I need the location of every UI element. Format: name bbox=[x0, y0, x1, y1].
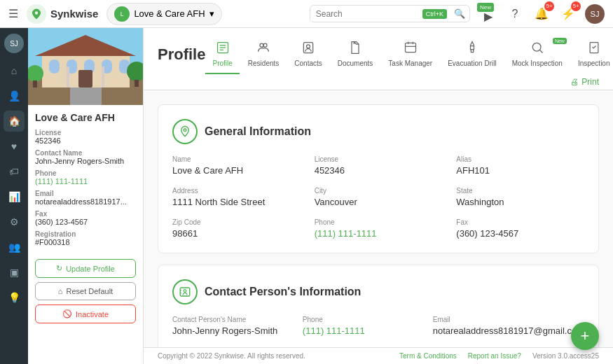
sidebar-home-icon[interactable]: ⌂ bbox=[4, 60, 25, 81]
refresh-icon: ↻ bbox=[56, 264, 62, 273]
tab-documents[interactable]: Documents bbox=[331, 35, 380, 74]
contact-email-label: Email bbox=[433, 316, 584, 323]
terms-link[interactable]: Term & Conditions bbox=[399, 352, 457, 360]
help-icon[interactable]: ? bbox=[505, 4, 525, 24]
contact-email-value: notarealaddress8181917@gmail.com bbox=[433, 326, 584, 336]
app-logo bbox=[27, 4, 46, 24]
tab-residents-label: Residents bbox=[248, 59, 279, 67]
left-panel: Love & Care AFH License 452346 Contact N… bbox=[28, 28, 144, 364]
license-label: License bbox=[315, 155, 443, 163]
search-icon[interactable]: 🔍 bbox=[450, 6, 469, 22]
contact-phone-label: Phone bbox=[303, 316, 419, 323]
sidebar-icons: SJ ⌂ 👤 🏠 ♥ 🏷 📊 ⚙ 👥 ▣ 💡 bbox=[0, 28, 28, 364]
sidebar-group-icon[interactable]: 👥 bbox=[4, 237, 25, 258]
sidebar-tag-icon[interactable]: 🏷 bbox=[4, 161, 25, 182]
print-icon: 🖨 bbox=[570, 77, 579, 87]
svg-point-22 bbox=[263, 43, 267, 47]
svg-point-30 bbox=[532, 43, 541, 51]
evacuation-icon bbox=[465, 41, 479, 58]
svg-rect-14 bbox=[135, 80, 139, 87]
inactivate-button[interactable]: 🚫 Inactivate bbox=[35, 304, 136, 323]
state-value: Washington bbox=[456, 197, 584, 207]
navbar-icons: New ▶ ? 🔔5+ ⚡5+ SJ bbox=[478, 4, 605, 24]
tab-task-manager[interactable]: Task Manager bbox=[381, 35, 439, 74]
contact-value: John-Jenny Rogers-Smith bbox=[35, 157, 136, 165]
search-input[interactable] bbox=[310, 6, 422, 22]
tab-profile[interactable]: Profile bbox=[205, 35, 239, 74]
version-text: Version 3.0.access25 bbox=[532, 352, 599, 360]
facility-photo bbox=[28, 28, 143, 105]
contact-name-label: Contact Person's Name bbox=[172, 316, 289, 323]
general-info-fields: Name Love & Care AFH License 452346 Alia… bbox=[172, 155, 584, 239]
reset-default-button[interactable]: ⌂ Reset Default bbox=[35, 282, 136, 300]
tab-evacuation[interactable]: Evacuation Drill bbox=[441, 35, 503, 74]
field-contact-name: Contact Person's Name John-Jenny Rogers-… bbox=[172, 316, 289, 336]
field-address: Address 1111 North Side Street bbox=[172, 187, 301, 207]
sidebar-chart-icon[interactable]: 📊 bbox=[4, 186, 25, 207]
tab-contacts-label: Contacts bbox=[294, 59, 322, 67]
left-panel-facility-name: Love & Care AFH bbox=[35, 112, 136, 123]
inactivate-label: Inactivate bbox=[76, 310, 109, 318]
facility-selector[interactable]: L Love & Care AFH ▾ bbox=[106, 3, 221, 25]
user-avatar[interactable]: SJ bbox=[585, 4, 605, 24]
fab-add-button[interactable]: + bbox=[571, 322, 599, 350]
app-name: Synkwise bbox=[50, 8, 98, 20]
footer-copyright: Copyright © 2022 Synkwise. All rights re… bbox=[158, 352, 305, 360]
email-value: notarealaddress8181917... bbox=[35, 197, 136, 206]
new-badge-icon[interactable]: New ▶ bbox=[478, 4, 498, 24]
registration-value: #F000318 bbox=[35, 238, 136, 246]
general-info-title: General Information bbox=[205, 125, 311, 138]
svg-point-44 bbox=[184, 290, 186, 293]
notifications-badge: 5+ bbox=[544, 1, 554, 11]
reset-default-label: Reset Default bbox=[67, 287, 113, 295]
alias-value: AFH101 bbox=[456, 165, 584, 176]
svg-rect-15 bbox=[67, 66, 69, 88]
sidebar-box-icon[interactable]: ▣ bbox=[4, 262, 25, 283]
update-profile-button[interactable]: ↻ Update Profile bbox=[35, 259, 136, 278]
contact-label: Contact Name bbox=[35, 149, 136, 157]
sidebar-heart-icon[interactable]: ♥ bbox=[4, 136, 25, 157]
address-value: 1111 North Side Street bbox=[172, 197, 301, 207]
sidebar-building-icon[interactable]: 🏠 bbox=[4, 111, 25, 132]
tab-residents[interactable]: Residents bbox=[241, 35, 286, 74]
tab-task-manager-label: Task Manager bbox=[388, 59, 432, 67]
tab-inspection[interactable]: Inspection bbox=[571, 35, 613, 74]
field-license: License 452346 bbox=[315, 155, 443, 176]
sidebar-user-avatar[interactable]: SJ bbox=[4, 34, 24, 53]
license-value: 452346 bbox=[35, 136, 136, 145]
report-link[interactable]: Report an Issue? bbox=[468, 352, 521, 360]
sidebar-user-icon[interactable]: 👤 bbox=[4, 85, 25, 106]
footer: Copyright © 2022 Synkwise. All rights re… bbox=[144, 347, 613, 364]
city-value: Vancouver bbox=[315, 197, 443, 207]
field-contact-phone: Phone (111) 111-1111 bbox=[303, 316, 419, 336]
tab-contacts[interactable]: Contacts bbox=[287, 35, 329, 74]
tab-mock-inspection[interactable]: New Mock Inspection bbox=[505, 35, 570, 74]
hamburger-icon[interactable]: ☰ bbox=[8, 7, 18, 20]
contact-info-icon bbox=[172, 279, 198, 304]
svg-rect-16 bbox=[102, 66, 104, 88]
registration-label: Registration bbox=[35, 230, 136, 238]
mock-inspection-new-badge: New bbox=[553, 38, 567, 44]
general-info-card: General Information Name Love & Care AFH… bbox=[158, 104, 599, 253]
profile-icon bbox=[216, 41, 230, 58]
alerts-icon[interactable]: ⚡5+ bbox=[558, 4, 578, 24]
email-label: Email bbox=[35, 190, 136, 197]
contact-info-fields: Contact Person's Name John-Jenny Rogers-… bbox=[172, 316, 584, 336]
notifications-icon[interactable]: 🔔5+ bbox=[532, 4, 551, 24]
residents-icon bbox=[256, 41, 270, 58]
sidebar-lightbulb-icon[interactable]: 💡 bbox=[4, 287, 25, 308]
field-state: State Washington bbox=[456, 187, 584, 207]
play-icon: ▶ bbox=[484, 10, 493, 23]
tab-mock-inspection-label: Mock Inspection bbox=[512, 59, 563, 67]
svg-line-31 bbox=[540, 50, 543, 53]
phone-label: Phone bbox=[315, 218, 443, 226]
svg-rect-12 bbox=[33, 80, 37, 88]
print-button[interactable]: 🖨 Print bbox=[570, 77, 599, 87]
svg-rect-26 bbox=[405, 43, 415, 52]
field-alias: Alias AFH101 bbox=[456, 155, 584, 176]
contacts-icon bbox=[301, 41, 315, 58]
sidebar-settings-icon[interactable]: ⚙ bbox=[4, 211, 25, 232]
page-title: Profile bbox=[158, 46, 205, 64]
field-contact-email: Email notarealaddress8181917@gmail.com bbox=[433, 316, 584, 336]
tab-evacuation-label: Evacuation Drill bbox=[448, 59, 496, 67]
